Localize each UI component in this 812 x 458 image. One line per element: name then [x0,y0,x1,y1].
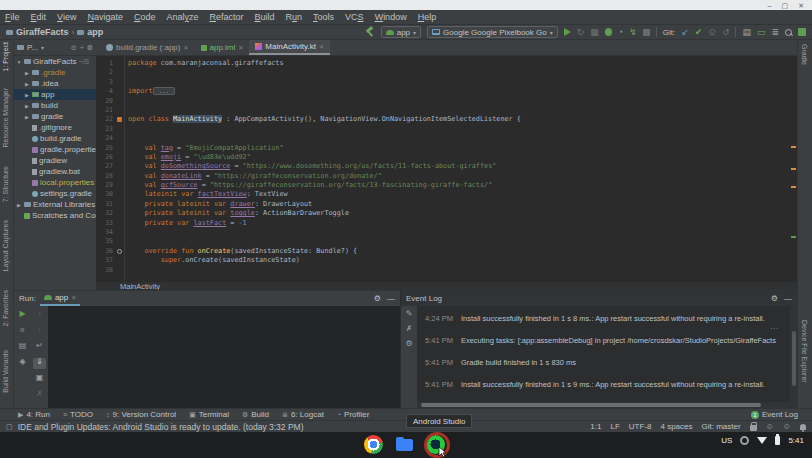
menu-refactor[interactable]: Refactor [210,12,244,22]
scroll-to-end-icon[interactable]: ⇓ [33,358,46,369]
event-log-hscrollbar[interactable] [421,403,761,407]
menu-run[interactable]: Run [286,12,303,22]
breadcrumb-module[interactable]: app [87,27,103,37]
coverage-icon[interactable]: ▦ [590,28,599,37]
status-message[interactable]: IDE and Plugin Updates: Android Studio i… [18,422,304,432]
wrench-icon[interactable]: ⚙ [405,340,412,348]
menu-view[interactable]: View [57,12,76,22]
toolwindow-resource-manager[interactable]: Resource Manager [2,88,9,148]
sdk-manager-icon[interactable]: ≣ [771,28,779,37]
toolwindow-device-file-explorer[interactable]: Device File Explorer [801,320,808,383]
tab-build-gradle-app[interactable]: build.gradle (:app)✕ [100,40,195,55]
window-icon[interactable]: ▢ [6,423,13,431]
notifications-bell-icon[interactable] [800,424,806,430]
profiler-button[interactable]: ◔ [618,28,623,37]
lock-icon[interactable] [750,425,757,431]
tree-item-gradlew-bat[interactable]: gradlew.bat [14,166,96,177]
editor-breadcrumb[interactable]: MainActivity [96,282,797,290]
build-hammer-icon[interactable] [365,27,375,37]
tree-item-external-libraries[interactable]: ▶External Libraries [14,199,96,210]
menu-help[interactable]: Help [418,12,437,22]
toolwindow-4-run[interactable]: ▶4: Run [18,410,50,419]
run-button[interactable] [564,28,571,36]
chrome-icon[interactable] [364,435,383,454]
panel-settings-icon[interactable]: ⚙ [374,294,381,303]
tree-item-scratches-and-consoles[interactable]: Scratches and Consoles [14,210,96,221]
tree-item-build[interactable]: ▶build [14,100,96,111]
tree-item-gradle-properties[interactable]: gradle.properties [14,144,96,155]
menu-window[interactable]: Window [375,12,407,22]
project-structure-icon[interactable]: ▤ [742,28,751,37]
stop-icon[interactable]: ■ [16,326,29,337]
git-history-icon[interactable]: ⊙ [708,28,716,37]
run-console[interactable] [48,306,400,408]
tab-app-iml[interactable]: app.iml✕ [195,40,250,55]
toolwindow-terminal[interactable]: ▣Terminal [189,410,229,419]
toolwindow-7-structure[interactable]: 7: Structure [2,166,9,202]
clear-all-icon[interactable]: ✗ [406,325,413,333]
code-editor[interactable]: 1package com.naranjaconsal.giraffefacts2… [96,56,797,282]
tree-item-app[interactable]: ▶app [14,89,96,100]
menu-file[interactable]: File [5,12,20,22]
tree-item-gradle[interactable]: ▶gradle [14,111,96,122]
settings-pencil-icon[interactable]: ✎ [406,310,413,318]
toolwindow-profiler[interactable]: ◔Profiler [337,410,370,419]
close-icon[interactable]: ✕ [71,294,76,301]
breadcrumb-project[interactable]: GiraffeFacts [16,27,69,37]
menu-code[interactable]: Code [134,12,156,22]
minimize-icon[interactable]: – [768,2,772,9]
close-icon[interactable]: ✕ [798,2,804,9]
toolwindow-1-project[interactable]: 1: Project [2,42,9,72]
run-tab-app[interactable]: app ✕ [40,292,80,306]
tree-item-idea[interactable]: ▶.idea [14,78,96,89]
status-1-1[interactable]: 1:1 [590,422,601,431]
close-icon[interactable]: ✕ [183,44,188,51]
highlight-level-icon[interactable]: ☺ [766,423,774,431]
soft-wrap-icon[interactable]: ↵ [33,342,46,353]
more-icon[interactable]: ⋯ [770,324,778,333]
toolwindow-build[interactable]: ⚙Build [242,410,269,419]
feedback-smiley-icon[interactable]: ☺ [783,423,791,431]
settings-icon[interactable] [798,28,806,36]
locate-file-icon[interactable]: ⊙ [71,44,77,52]
files-icon[interactable] [395,435,414,454]
status-utf-8[interactable]: UTF-8 [629,422,652,431]
event-log-button[interactable]: 1Event Log [751,410,798,419]
git-rollback-icon[interactable]: ↺ [722,28,730,37]
rerun-icon[interactable]: ▶ [16,310,29,321]
toolwindow-2-favorites[interactable]: 2: Favorites [2,290,9,327]
debug-button[interactable] [605,28,612,36]
search-icon[interactable] [785,29,792,36]
down-stack-trace-icon[interactable]: ↓ [33,326,46,337]
tree-item-gitignore[interactable]: .gitignore [14,122,96,133]
close-icon[interactable]: ✕ [319,43,324,50]
hide-panel-icon[interactable]: — [387,294,395,303]
menu-edit[interactable]: Edit [31,12,47,22]
event-log-vscrollbar[interactable] [792,331,796,386]
clear-all-icon[interactable]: ✗ [33,390,46,401]
tree-item-gradlew[interactable]: gradlew [14,155,96,166]
tree-item-gradle[interactable]: ▶.gradle [14,67,96,78]
menu-vcs[interactable]: VCS [345,12,364,22]
up-stack-trace-icon[interactable]: ↑ [33,310,46,321]
project-view-select[interactable]: P... [27,43,38,52]
menu-analyze[interactable]: Analyze [166,12,198,22]
restore-layout-icon[interactable]: ▤ [16,342,29,353]
menu-navigate[interactable]: Navigate [87,12,123,22]
system-tray[interactable]: US 5:41 [721,436,804,445]
tree-item-build-gradle[interactable]: build.gradle [14,133,96,144]
toolwindow-build-variants[interactable]: Build Variants [2,350,9,393]
device-select[interactable]: Google Google Pixelbook Go ▾ [427,26,558,38]
restore-icon[interactable]: ▢ [782,2,789,9]
override-gutter-icon[interactable] [117,249,122,254]
run-configuration-select[interactable]: app ▾ [381,26,421,38]
status-git-master[interactable]: Git: master [702,422,741,431]
tree-item-giraffefacts[interactable]: ▼GiraffeFacts ~/S [14,56,96,67]
tab-mainactivity-kt[interactable]: MainActivity.kt✕ [249,40,330,55]
menu-tools[interactable]: Tools [313,12,334,22]
tree-item-settings-gradle[interactable]: settings.gradle [14,188,96,199]
class-gutter-icon[interactable] [117,117,122,122]
git-commit-icon[interactable]: ✔ [695,28,703,37]
status-4-spaces[interactable]: 4 spaces [661,422,693,431]
collapse-all-icon[interactable]: ÷ [80,44,84,51]
